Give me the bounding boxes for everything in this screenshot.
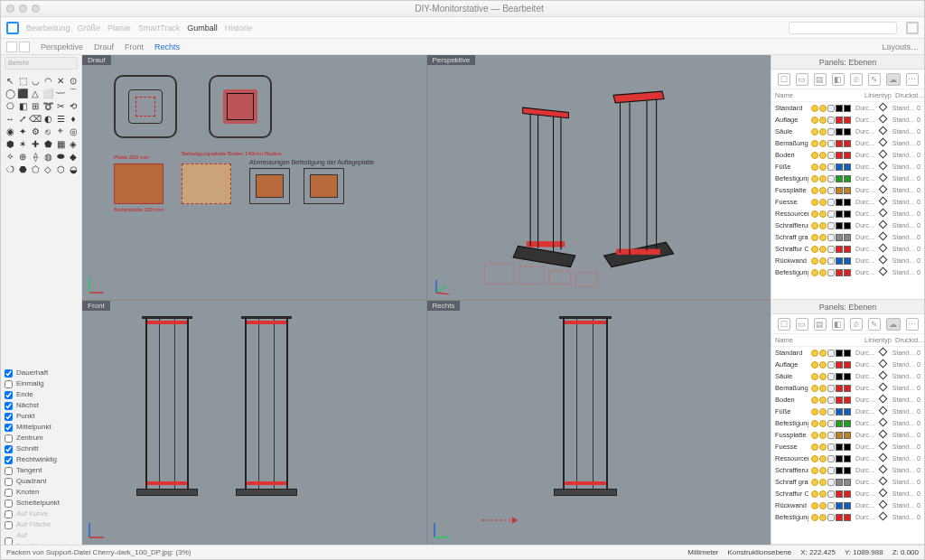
visibility-icon[interactable] <box>811 257 818 265</box>
visibility-icon[interactable] <box>819 269 827 276</box>
color-swatch[interactable] <box>836 187 843 194</box>
visibility-icon[interactable] <box>811 443 818 451</box>
color-swatch[interactable] <box>836 199 843 206</box>
tool-button[interactable]: ⬢ <box>5 138 15 149</box>
layer-row[interactable]: FüßeDurc…Stand… 0 <box>771 406 924 417</box>
material-swatch[interactable] <box>844 105 851 112</box>
material-swatch[interactable] <box>844 420 851 427</box>
lock-icon[interactable] <box>827 397 835 404</box>
panel-toggle-icon[interactable] <box>906 22 919 34</box>
material-swatch[interactable] <box>844 443 851 451</box>
lock-icon[interactable] <box>827 175 835 182</box>
color-swatch[interactable] <box>836 105 843 112</box>
material-swatch[interactable] <box>844 152 851 159</box>
tool-button[interactable]: ▦ <box>55 138 66 149</box>
toolbar-item[interactable]: Planar <box>107 23 131 33</box>
visibility-icon[interactable] <box>811 152 818 159</box>
osnap-option[interactable]: Punkt <box>5 411 78 422</box>
lock-icon[interactable] <box>827 163 835 171</box>
visibility-icon[interactable] <box>811 502 818 509</box>
tool-button[interactable]: ✦ <box>17 126 28 136</box>
visibility-icon[interactable] <box>819 117 827 124</box>
toolbar-item[interactable]: SmartTrack <box>138 23 180 33</box>
panel-btn[interactable]: ⋯ <box>906 318 919 331</box>
visibility-icon[interactable] <box>819 152 827 159</box>
tool-button[interactable]: ◒ <box>68 163 79 174</box>
osnap-option[interactable]: Nächst <box>5 400 78 411</box>
color-swatch[interactable] <box>836 514 843 521</box>
color-swatch[interactable] <box>836 373 843 380</box>
material-swatch[interactable] <box>844 187 851 194</box>
tool-button[interactable]: ◠ <box>42 75 53 86</box>
layer-row[interactable]: SäuleDurc…Stand… 0 <box>771 126 924 137</box>
tool-button[interactable]: ↖ <box>5 75 15 86</box>
material-swatch[interactable] <box>844 361 851 369</box>
visibility-icon[interactable] <box>819 479 827 486</box>
tool-button[interactable]: ⟲ <box>68 100 79 111</box>
visibility-icon[interactable] <box>811 420 818 427</box>
visibility-icon[interactable] <box>811 361 818 369</box>
material-swatch[interactable] <box>844 269 851 276</box>
material-swatch[interactable] <box>844 490 851 498</box>
osnap-checkbox[interactable] <box>5 489 13 497</box>
material-swatch[interactable] <box>844 128 851 135</box>
visibility-icon[interactable] <box>811 187 818 194</box>
layer-row[interactable]: StandardDurc…Stand… 0 <box>771 347 924 359</box>
lock-icon[interactable] <box>827 420 835 427</box>
tool-button[interactable]: ➰ <box>42 100 53 111</box>
app-icon[interactable] <box>6 22 19 34</box>
visibility-icon[interactable] <box>811 455 818 462</box>
lock-icon[interactable] <box>827 361 835 369</box>
lock-icon[interactable] <box>827 490 835 498</box>
lock-icon[interactable] <box>827 187 835 194</box>
material-swatch[interactable] <box>844 117 851 124</box>
panel-btn[interactable]: ▤ <box>814 318 827 331</box>
layer-row[interactable]: BemaßungDurc…Stand… 0 <box>771 137 924 149</box>
osnap-option[interactable]: Zentrum <box>5 433 78 443</box>
osnap-checkbox[interactable] <box>5 402 13 410</box>
panel-btn[interactable]: ☁ <box>886 73 901 86</box>
layer-row[interactable]: SäuleDurc…Stand… 0 <box>771 370 924 382</box>
material-swatch[interactable] <box>844 432 851 439</box>
layer-row[interactable]: Befestigung untenDurc…Stand… 0 <box>771 173 924 184</box>
color-swatch[interactable] <box>836 269 843 276</box>
visibility-icon[interactable] <box>819 385 827 392</box>
toolbar-item[interactable]: Historie <box>225 23 253 33</box>
osnap-option[interactable]: Knoten <box>5 487 78 498</box>
color-swatch[interactable] <box>836 152 843 159</box>
layer-row[interactable]: RessourcenDurc…Stand… 0 <box>771 208 924 219</box>
visibility-icon[interactable] <box>819 443 827 451</box>
osnap-option[interactable]: Mittelpunkt <box>5 422 78 433</box>
material-swatch[interactable] <box>844 175 851 182</box>
layer-row[interactable]: FussplatteDurc…Stand… 0 <box>771 429 924 441</box>
zoom-icon[interactable] <box>32 5 40 13</box>
lock-icon[interactable] <box>827 210 835 218</box>
lock-icon[interactable] <box>827 105 835 112</box>
tool-button[interactable]: ⬟ <box>42 138 53 149</box>
layer-row[interactable]: AuflageDurc…Stand… 0 <box>771 114 924 126</box>
layer-row[interactable]: Schraff grauDurc…Stand… 0 <box>771 231 924 243</box>
minimize-icon[interactable] <box>19 5 27 13</box>
material-swatch[interactable] <box>844 140 851 147</box>
material-swatch[interactable] <box>844 163 851 171</box>
layer-row[interactable]: FüßeDurc…Stand… 0 <box>771 161 924 173</box>
osnap-checkbox[interactable] <box>5 510 13 518</box>
material-swatch[interactable] <box>844 373 851 380</box>
layer-row[interactable]: FussplatteDurc…Stand… 0 <box>771 184 924 196</box>
lock-icon[interactable] <box>827 257 835 265</box>
layer-row[interactable]: FuesseDurc…Stand… 0 <box>771 196 924 208</box>
tool-button[interactable]: ⬠ <box>30 163 41 174</box>
visibility-icon[interactable] <box>811 479 818 486</box>
tool-button[interactable]: ◐ <box>42 113 53 124</box>
visibility-icon[interactable] <box>819 420 827 427</box>
lock-icon[interactable] <box>827 502 835 509</box>
osnap-checkbox[interactable] <box>5 424 13 432</box>
panel-btn[interactable]: ▭ <box>796 73 808 86</box>
tool-button[interactable]: ◇ <box>42 163 53 174</box>
osnap-option[interactable]: Quadrant <box>5 476 78 487</box>
view-tab[interactable]: Perspektive <box>41 42 83 51</box>
osnap-option[interactable]: Auf Kurve <box>5 509 78 519</box>
tool-button[interactable]: ⬡ <box>55 163 66 174</box>
visibility-icon[interactable] <box>811 199 818 206</box>
visibility-icon[interactable] <box>819 128 827 135</box>
